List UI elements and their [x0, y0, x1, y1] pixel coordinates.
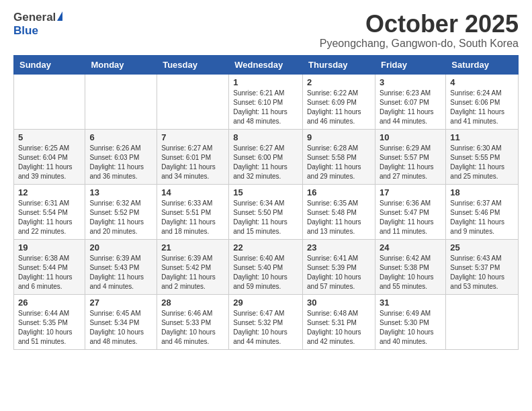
logo-blue: Blue: [13, 24, 38, 37]
day-info: Sunrise: 6:36 AM Sunset: 5:47 PM Dayligh…: [380, 199, 441, 236]
calendar-cell: 27Sunrise: 6:45 AM Sunset: 5:34 PM Dayli…: [85, 294, 157, 349]
calendar-cell: 25Sunrise: 6:43 AM Sunset: 5:37 PM Dayli…: [446, 239, 519, 294]
calendar-cell: 18Sunrise: 6:37 AM Sunset: 5:46 PM Dayli…: [446, 184, 519, 239]
weekday-header-sunday: Sunday: [14, 55, 85, 74]
calendar-cell: 2Sunrise: 6:22 AM Sunset: 6:09 PM Daylig…: [303, 74, 375, 129]
day-info: Sunrise: 6:33 AM Sunset: 5:51 PM Dayligh…: [161, 199, 224, 236]
day-number: 24: [380, 242, 441, 253]
day-number: 4: [450, 77, 514, 87]
calendar-cell: 6Sunrise: 6:26 AM Sunset: 6:03 PM Daylig…: [85, 129, 157, 184]
calendar-cell: [446, 294, 519, 349]
weekday-header-thursday: Thursday: [303, 55, 375, 74]
day-info: Sunrise: 6:42 AM Sunset: 5:38 PM Dayligh…: [380, 254, 441, 291]
day-info: Sunrise: 6:44 AM Sunset: 5:35 PM Dayligh…: [18, 309, 81, 347]
calendar-cell: 28Sunrise: 6:46 AM Sunset: 5:33 PM Dayli…: [157, 294, 229, 349]
calendar-cell: 16Sunrise: 6:35 AM Sunset: 5:48 PM Dayli…: [303, 184, 375, 239]
calendar-cell: 14Sunrise: 6:33 AM Sunset: 5:51 PM Dayli…: [157, 184, 229, 239]
day-info: Sunrise: 6:31 AM Sunset: 5:54 PM Dayligh…: [18, 199, 81, 236]
day-number: 27: [89, 298, 152, 308]
calendar-cell: 23Sunrise: 6:41 AM Sunset: 5:39 PM Dayli…: [303, 239, 375, 294]
day-info: Sunrise: 6:49 AM Sunset: 5:30 PM Dayligh…: [380, 309, 441, 347]
calendar-week-row: 1Sunrise: 6:21 AM Sunset: 6:10 PM Daylig…: [14, 74, 519, 129]
day-number: 12: [18, 187, 81, 197]
calendar-cell: [14, 74, 85, 129]
day-info: Sunrise: 6:24 AM Sunset: 6:06 PM Dayligh…: [450, 89, 514, 126]
calendar-cell: 22Sunrise: 6:40 AM Sunset: 5:40 PM Dayli…: [229, 239, 303, 294]
calendar-body: 1Sunrise: 6:21 AM Sunset: 6:10 PM Daylig…: [14, 74, 519, 349]
day-number: 17: [380, 187, 441, 197]
day-number: 31: [380, 298, 441, 308]
day-info: Sunrise: 6:39 AM Sunset: 5:43 PM Dayligh…: [89, 254, 152, 291]
day-info: Sunrise: 6:37 AM Sunset: 5:46 PM Dayligh…: [450, 199, 514, 236]
day-info: Sunrise: 6:41 AM Sunset: 5:39 PM Dayligh…: [307, 254, 371, 291]
day-number: 11: [450, 132, 514, 142]
calendar-week-row: 26Sunrise: 6:44 AM Sunset: 5:35 PM Dayli…: [14, 294, 519, 349]
calendar-cell: 26Sunrise: 6:44 AM Sunset: 5:35 PM Dayli…: [14, 294, 85, 349]
calendar-cell: 8Sunrise: 6:27 AM Sunset: 6:00 PM Daylig…: [229, 129, 303, 184]
day-number: 19: [18, 242, 81, 253]
day-info: Sunrise: 6:45 AM Sunset: 5:34 PM Dayligh…: [89, 309, 152, 347]
logo-icon: [57, 11, 62, 21]
calendar-cell: 9Sunrise: 6:28 AM Sunset: 5:58 PM Daylig…: [303, 129, 375, 184]
calendar-cell: 17Sunrise: 6:36 AM Sunset: 5:47 PM Dayli…: [375, 184, 445, 239]
calendar-cell: 11Sunrise: 6:30 AM Sunset: 5:55 PM Dayli…: [446, 129, 519, 184]
day-info: Sunrise: 6:22 AM Sunset: 6:09 PM Dayligh…: [307, 89, 371, 126]
calendar-cell: [157, 74, 229, 129]
day-number: 14: [161, 187, 224, 197]
calendar-cell: 29Sunrise: 6:47 AM Sunset: 5:32 PM Dayli…: [229, 294, 303, 349]
day-info: Sunrise: 6:39 AM Sunset: 5:42 PM Dayligh…: [161, 254, 224, 291]
weekday-header-tuesday: Tuesday: [157, 55, 229, 74]
calendar-cell: 13Sunrise: 6:32 AM Sunset: 5:52 PM Dayli…: [85, 184, 157, 239]
calendar-cell: 19Sunrise: 6:38 AM Sunset: 5:44 PM Dayli…: [14, 239, 85, 294]
calendar-cell: 31Sunrise: 6:49 AM Sunset: 5:30 PM Dayli…: [375, 294, 445, 349]
weekday-header-row: SundayMondayTuesdayWednesdayThursdayFrid…: [14, 55, 519, 74]
calendar-cell: 12Sunrise: 6:31 AM Sunset: 5:54 PM Dayli…: [14, 184, 85, 239]
day-info: Sunrise: 6:27 AM Sunset: 6:00 PM Dayligh…: [233, 144, 298, 181]
day-info: Sunrise: 6:28 AM Sunset: 5:58 PM Dayligh…: [307, 144, 371, 181]
header: General Blue October 2025 Pyeongchang, G…: [13, 11, 519, 50]
day-number: 26: [18, 298, 81, 308]
day-number: 25: [450, 242, 514, 253]
calendar-cell: 4Sunrise: 6:24 AM Sunset: 6:06 PM Daylig…: [446, 74, 519, 129]
day-number: 8: [233, 132, 298, 142]
day-number: 9: [307, 132, 371, 142]
weekday-header-wednesday: Wednesday: [229, 55, 303, 74]
weekday-header-saturday: Saturday: [446, 55, 519, 74]
day-info: Sunrise: 6:38 AM Sunset: 5:44 PM Dayligh…: [18, 254, 81, 291]
calendar-cell: 1Sunrise: 6:21 AM Sunset: 6:10 PM Daylig…: [229, 74, 303, 129]
calendar-cell: 7Sunrise: 6:27 AM Sunset: 6:01 PM Daylig…: [157, 129, 229, 184]
calendar-cell: 5Sunrise: 6:25 AM Sunset: 6:04 PM Daylig…: [14, 129, 85, 184]
calendar-cell: [85, 74, 157, 129]
day-info: Sunrise: 6:21 AM Sunset: 6:10 PM Dayligh…: [233, 89, 298, 126]
day-info: Sunrise: 6:30 AM Sunset: 5:55 PM Dayligh…: [450, 144, 514, 181]
day-number: 28: [161, 298, 224, 308]
day-info: Sunrise: 6:29 AM Sunset: 5:57 PM Dayligh…: [380, 144, 441, 181]
day-info: Sunrise: 6:23 AM Sunset: 6:07 PM Dayligh…: [380, 89, 441, 126]
calendar-week-row: 12Sunrise: 6:31 AM Sunset: 5:54 PM Dayli…: [14, 184, 519, 239]
logo-general: General: [13, 11, 56, 24]
day-info: Sunrise: 6:43 AM Sunset: 5:37 PM Dayligh…: [450, 254, 514, 291]
day-number: 22: [233, 242, 298, 253]
day-info: Sunrise: 6:25 AM Sunset: 6:04 PM Dayligh…: [18, 144, 81, 181]
day-info: Sunrise: 6:32 AM Sunset: 5:52 PM Dayligh…: [89, 199, 152, 236]
day-number: 20: [89, 242, 152, 253]
calendar-week-row: 19Sunrise: 6:38 AM Sunset: 5:44 PM Dayli…: [14, 239, 519, 294]
day-number: 7: [161, 132, 224, 142]
day-info: Sunrise: 6:34 AM Sunset: 5:50 PM Dayligh…: [233, 199, 298, 236]
day-number: 15: [233, 187, 298, 197]
day-number: 16: [307, 187, 371, 197]
month-title: October 2025: [320, 11, 519, 38]
day-number: 2: [307, 77, 371, 87]
day-number: 10: [380, 132, 441, 142]
day-number: 18: [450, 187, 514, 197]
weekday-header-monday: Monday: [85, 55, 157, 74]
day-number: 23: [307, 242, 371, 253]
day-number: 29: [233, 298, 298, 308]
day-info: Sunrise: 6:35 AM Sunset: 5:48 PM Dayligh…: [307, 199, 371, 236]
calendar-week-row: 5Sunrise: 6:25 AM Sunset: 6:04 PM Daylig…: [14, 129, 519, 184]
day-info: Sunrise: 6:40 AM Sunset: 5:40 PM Dayligh…: [233, 254, 298, 291]
day-info: Sunrise: 6:26 AM Sunset: 6:03 PM Dayligh…: [89, 144, 152, 181]
day-number: 1: [233, 77, 298, 87]
logo: General Blue: [13, 11, 62, 38]
calendar-cell: 30Sunrise: 6:48 AM Sunset: 5:31 PM Dayli…: [303, 294, 375, 349]
